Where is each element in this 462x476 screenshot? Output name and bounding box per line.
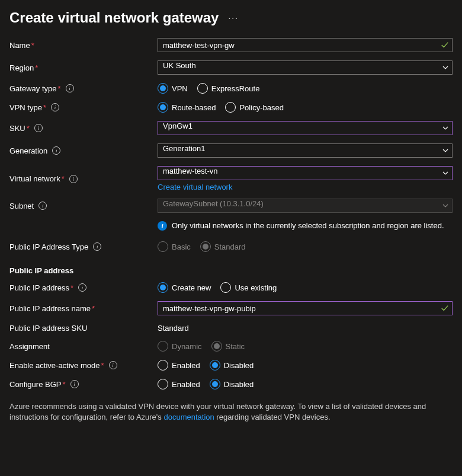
create-virtual-network-link[interactable]: Create virtual network (158, 183, 232, 191)
page-title: Create virtual network gateway (9, 9, 219, 26)
label-public-ip-name: Public IP address name (9, 304, 91, 313)
more-icon[interactable]: ··· (228, 13, 239, 23)
info-icon[interactable]: i (51, 103, 59, 111)
name-input[interactable] (158, 38, 453, 52)
info-icon[interactable]: i (34, 124, 43, 132)
label-active-active: Enable active-active mode (9, 361, 100, 370)
subnet-select: GatewaySubnet (10.3.1.0/24) (158, 199, 453, 213)
sku-select[interactable]: VpnGw1 (158, 121, 453, 135)
footer-note: Azure recommends using a validated VPN d… (9, 401, 453, 423)
required-marker: * (62, 380, 65, 389)
radio-public-ip-create-new[interactable]: Create new (158, 282, 211, 293)
label-gateway-type: Gateway type (9, 84, 57, 93)
radio-public-ip-use-existing[interactable]: Use existing (220, 282, 277, 293)
required-marker: * (58, 84, 61, 93)
radio-assignment-dynamic: Dynamic (158, 341, 202, 352)
radio-ip-type-basic: Basic (158, 241, 191, 252)
label-sku: SKU (9, 124, 25, 133)
label-region: Region (9, 63, 34, 72)
radio-bgp-disabled[interactable]: Disabled (210, 379, 254, 389)
required-marker: * (43, 103, 46, 112)
label-virtual-network: Virtual network (9, 174, 60, 183)
required-marker: * (92, 304, 95, 313)
label-public-ip: Public IP address (9, 283, 69, 292)
radio-gateway-expressroute[interactable]: ExpressRoute (197, 83, 260, 94)
info-icon[interactable]: i (109, 361, 117, 369)
radio-assignment-static: Static (211, 341, 245, 352)
generation-select[interactable]: Generation1 (158, 143, 453, 158)
label-subnet: Subnet (9, 202, 34, 210)
radio-vpn-route-based[interactable]: Route-based (158, 102, 216, 113)
required-marker: * (62, 174, 65, 183)
required-marker: * (70, 283, 73, 292)
documentation-link[interactable]: documentation (163, 413, 214, 421)
info-icon[interactable]: i (66, 84, 74, 92)
required-marker: * (27, 124, 30, 133)
radio-active-active-enabled[interactable]: Enabled (158, 360, 200, 370)
label-public-ip-type: Public IP Address Type (9, 242, 88, 251)
label-name: Name (9, 41, 30, 50)
label-assignment: Assignment (9, 342, 50, 351)
radio-gateway-vpn[interactable]: VPN (158, 83, 188, 94)
info-icon[interactable]: i (38, 202, 47, 210)
info-icon[interactable]: i (69, 175, 78, 183)
info-icon[interactable]: i (52, 146, 60, 155)
label-vpn-type: VPN type (9, 103, 42, 112)
info-icon[interactable]: i (70, 380, 79, 388)
radio-bgp-enabled[interactable]: Enabled (158, 379, 200, 389)
info-icon[interactable]: i (93, 242, 101, 251)
radio-active-active-disabled[interactable]: Disabled (210, 360, 254, 370)
label-public-ip-sku: Public IP address SKU (9, 324, 87, 333)
required-marker: * (35, 63, 38, 72)
vnet-info-message: Only virtual networks in the currently s… (172, 221, 444, 230)
info-icon[interactable]: i (78, 283, 86, 292)
radio-vpn-policy-based[interactable]: Policy-based (225, 102, 283, 113)
info-icon: i (158, 221, 167, 231)
label-configure-bgp: Configure BGP (9, 380, 61, 389)
radio-ip-type-standard: Standard (200, 241, 246, 252)
section-public-ip-header: Public IP address (9, 266, 453, 275)
label-generation: Generation (9, 146, 47, 155)
public-ip-sku-value: Standard (158, 324, 189, 333)
required-marker: * (101, 361, 104, 370)
virtual-network-select[interactable]: matthew-test-vn (158, 166, 453, 180)
required-marker: * (31, 41, 34, 50)
public-ip-name-input[interactable] (158, 301, 453, 315)
region-select[interactable]: UK South (158, 60, 453, 75)
